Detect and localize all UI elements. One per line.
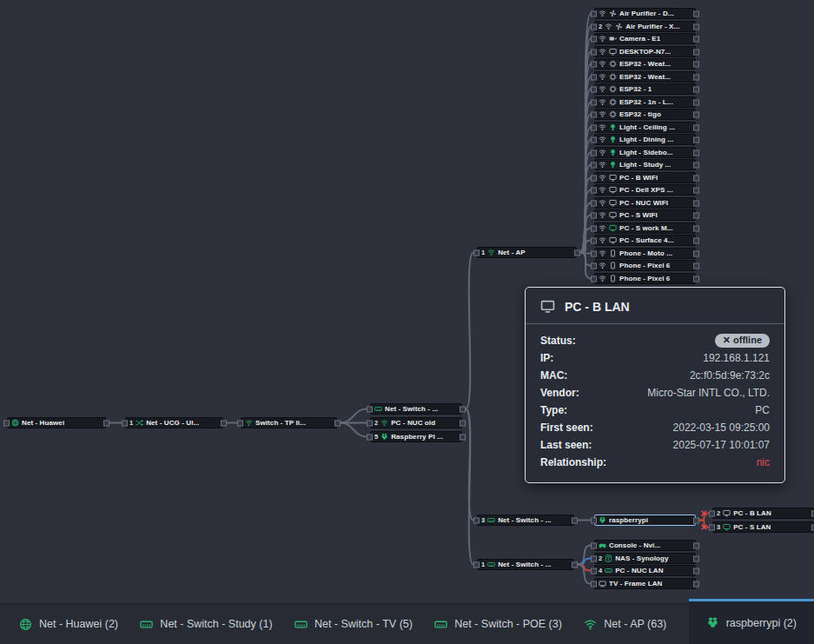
device-details-card: PC - B LAN Status:✕ offlineIP:192.168.1.… [525,287,785,483]
bulb-icon [609,161,617,169]
tooltip-field-label: MAC: [540,369,567,382]
tooltip-rows: Status:✕ offlineIP:192.168.1.121MAC:2c:f… [526,324,784,482]
tooltip-title: PC - B LAN [565,300,630,314]
node-light-sideboard[interactable]: Light - Sidebo... [594,147,696,158]
node-label: PC - NUC old [391,420,435,427]
node-esp32-1[interactable]: ESP32 - 1 [594,83,696,95]
node-esp32-1n[interactable]: ESP32 - 1n - L... [594,96,696,108]
monitor-icon [609,174,617,182]
tooltip-field-value: 2022-03-15 09:25:00 [673,422,770,434]
node-label: PC - S LAN [733,524,771,531]
network-topology-view: Net - Huawei1Net - UCG - Ul...Switch - T… [0,0,814,644]
tooltip-field-label: Vendor: [540,387,579,399]
wifi-icon [599,48,606,56]
node-pc-dell-xps[interactable]: PC - Dell XPS ... [594,184,696,196]
wifi-icon [599,262,606,269]
node-label: raspberrypi [609,517,648,524]
tab-raspberrypi[interactable]: raspberrypi (2) [689,599,814,644]
node-air-purifier-d[interactable]: Air Purifier - D... [594,8,696,19]
node-label: Net - AP [498,249,526,256]
monitor-icon [609,211,617,219]
wifi-icon [599,149,606,156]
node-badge: 1 [481,561,485,568]
tooltip-field-label: Last seen: [540,439,592,451]
node-light-dining[interactable]: Light - Dining ... [594,134,696,145]
tab-net-switch-tv[interactable]: Net - Switch - TV (5) [294,618,413,631]
node-pc-nuc-wifi[interactable]: PC - NUC WIFI [594,197,696,209]
node-esp32-weather-2[interactable]: ESP32 - Weat... [594,71,696,83]
node-phone-moto[interactable]: Phone - Moto ... [594,248,696,259]
node-light-study[interactable]: Light - Study ... [594,159,696,170]
node-pc-b-lan[interactable]: 2PC - B LAN [712,508,814,519]
chip-icon [609,98,617,106]
fan-icon [609,10,617,17]
node-net-switch-c[interactable]: 1Net - Switch - ... [477,559,574,570]
tab-net-switch-study[interactable]: Net - Switch - Study (1) [140,618,272,631]
node-switch-tp[interactable]: Switch - TP li... [241,417,337,428]
node-label: Camera - E1 [619,36,660,43]
tab-label: Net - Switch - POE (3) [454,618,562,630]
node-console-nvidia[interactable]: Console - Nvi... [594,540,696,551]
node-tv-frame-lan[interactable]: TV - Frame LAN [594,578,696,589]
node-badge: 4 [599,568,602,574]
node-phone-pixel-6b[interactable]: Phone - Pixel 6 [594,273,696,284]
node-air-purifier-x[interactable]: 2Air Purifier - X... [594,21,696,32]
tooltip-row: MAC:2c:f0:5d:9e:73:2c [540,367,770,384]
tab-net-huawei[interactable]: Net - Huawei (2) [19,618,118,631]
node-raspberry-pi-old[interactable]: 5Raspberry PI ... [370,431,462,442]
node-label: Console - Nvi... [609,542,660,549]
node-net-huawei[interactable]: Net - Huawei [7,417,106,428]
globe-icon [19,618,32,631]
tooltip-field-value: 2025-07-17 10:01:07 [673,439,770,451]
x-icon: ✕ [723,335,733,345]
node-desktop-n7[interactable]: DESKTOP-N7... [594,46,696,57]
node-pc-s-wifi[interactable]: PC - S WIFI [594,209,696,221]
wifi-icon [599,275,606,282]
tooltip-field-label: Type: [540,404,567,416]
wifi-icon [599,110,606,118]
node-esp32-weather-1[interactable]: ESP32 - Weat... [594,58,696,70]
node-label: Light - Sidebo... [619,149,673,156]
tab-net-ap[interactable]: Net - AP (63) [584,618,666,631]
node-pc-s-lan[interactable]: 3PC - S LAN [712,521,814,533]
node-light-ceiling[interactable]: Light - Ceiling ... [594,122,696,133]
node-badge: 2 [599,555,602,562]
tab-net-switch-poe[interactable]: Net - Switch - POE (3) [434,618,562,631]
wifi-icon [599,60,606,68]
tab-label: Net - Switch - Study (1) [160,618,272,630]
tooltip-row: Type:PC [540,402,770,419]
node-label: PC - S WIFI [619,212,658,219]
tooltip-field-label: First seen: [540,422,593,434]
wifi-icon [599,10,606,17]
node-badge: 2 [374,420,378,427]
tooltip-row: First seen:2022-03-15 09:25:00 [540,419,770,436]
bulb-icon [609,149,617,156]
node-phone-pixel-6a[interactable]: Phone - Pixel 6 [594,260,696,271]
raspberry-icon [381,433,388,441]
node-pc-surface[interactable]: PC - Surface 4... [594,235,696,246]
node-net-switch-study[interactable]: Net - Switch - ... [370,403,462,415]
chip-icon [609,73,617,81]
node-net-ap[interactable]: 1Net - AP [477,247,577,258]
chip-icon [609,85,617,93]
node-label: Phone - Pixel 6 [619,262,670,269]
node-esp32-tigo[interactable]: ESP32 - tigo [594,109,696,120]
phone-icon [609,262,617,269]
node-pc-nuc-old[interactable]: 2PC - NUC old [370,417,462,428]
node-raspberrypi[interactable]: raspberrypi [594,515,696,526]
tooltip-header: PC - B LAN [526,288,784,323]
phone-icon [609,249,617,257]
node-label: DESKTOP-N7... [619,49,671,56]
tab-label: Net - AP (63) [604,618,666,630]
node-camera-e1[interactable]: Camera - E1 [594,33,696,44]
node-badge: 3 [717,524,720,531]
node-pc-nuc-lan[interactable]: 4PC - NUC LAN [594,565,696,576]
node-net-ucg[interactable]: 1Net - UCG - Ul... [125,417,223,428]
wifi-icon [245,419,253,427]
node-pc-s-work[interactable]: PC - S work M... [594,222,696,234]
node-net-switch-b[interactable]: 3Net - Switch - ... [477,515,574,526]
node-pc-b-wifi[interactable]: PC - B WIFI [594,172,696,183]
tooltip-row: Last seen:2025-07-17 10:01:07 [540,436,770,454]
node-label: Phone - Pixel 6 [619,276,670,282]
node-nas-synology[interactable]: 2NAS - Synology [594,553,696,564]
